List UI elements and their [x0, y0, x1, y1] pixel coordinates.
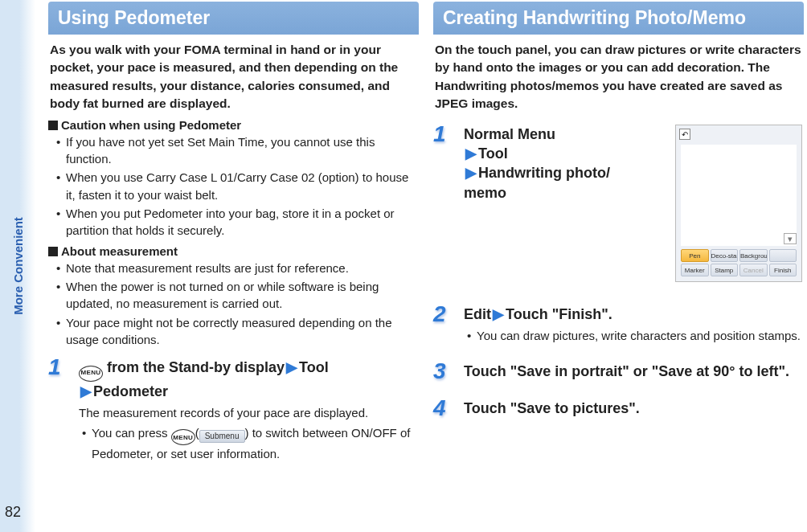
tool-pen-button: Pen: [681, 249, 709, 262]
arrow-icon: ▶: [464, 163, 478, 182]
handwriting-step-4: 4 Touch "Save to pictures".: [433, 399, 804, 418]
step-number: 2: [433, 301, 446, 327]
drawing-canvas: [681, 145, 797, 246]
step-text: memo: [464, 185, 506, 201]
manual-page: More Convenient 82 Using Pedometer As yo…: [0, 0, 807, 532]
step-title: MENU from the Stand-by display▶Tool ▶Ped…: [79, 358, 419, 401]
step-number: 1: [433, 121, 446, 147]
pedometer-step-1: 1 MENU from the Stand-by display▶Tool ▶P…: [48, 358, 419, 462]
submenu-chip: Submenu: [199, 430, 245, 443]
section-title-handwriting: Creating Handwriting Photo/Memo: [433, 2, 804, 35]
handwriting-intro: On the touch panel, you can draw picture…: [433, 41, 804, 113]
tool-cancel-button: Cancel: [739, 264, 768, 276]
about-list: Note that measurement results are just f…: [48, 260, 419, 348]
caution-item: If you have not yet set Set Main Time, y…: [56, 133, 417, 168]
square-bullet-icon: [48, 121, 58, 130]
toolbar: Pen Deco-stamp Background Marker Stamp C…: [681, 249, 797, 276]
note-text: You can press: [92, 426, 171, 440]
arrow-icon: ▶: [79, 382, 93, 401]
arrow-icon: ▶: [464, 144, 478, 163]
device-screenshot: ↶ ▾ Pen Deco-stamp Background Marker Sta…: [675, 125, 802, 282]
tool-finish-button: Finish: [769, 264, 797, 276]
about-item: When the power is not turned on or while…: [56, 278, 417, 313]
chevron-down-icon: ▾: [784, 233, 797, 244]
step-text: Tool: [478, 145, 508, 162]
step-text: Handwriting photo/: [478, 165, 610, 181]
square-bullet-icon: [48, 247, 58, 256]
menu-key-icon: MENU: [79, 366, 103, 382]
about-heading-text: About measurement: [61, 244, 178, 258]
tool-blank-button: [769, 249, 797, 262]
caution-list: If you have not yet set Set Main Time, y…: [48, 133, 419, 239]
step-text: Tool: [299, 359, 329, 375]
caution-heading: Caution when using Pedometer: [48, 118, 419, 132]
step-text: Pedometer: [93, 383, 168, 399]
step-title: Touch "Save in portrait" or "Save at 90°…: [464, 362, 804, 381]
step-text: from the Stand-by display: [103, 359, 285, 375]
handwriting-step-1: 1 ↶ ▾ Pen Deco-stamp Background Marker S…: [433, 125, 804, 287]
caution-item: When you put Pedometer into your bag, st…: [56, 205, 417, 239]
step-notes: You can press MENU(Submenu) to switch be…: [79, 424, 419, 463]
arrow-icon: ▶: [285, 358, 299, 377]
step-title: Touch "Save to pictures".: [464, 399, 804, 418]
step-title: Edit▶Touch "Finish".: [464, 305, 804, 324]
about-heading: About measurement: [48, 244, 419, 258]
step-description: The measurement records of your pace are…: [79, 404, 419, 421]
step-text: Edit: [464, 306, 491, 322]
step-number: 4: [433, 395, 446, 421]
about-item: Your pace might not be correctly measure…: [56, 314, 417, 349]
left-column: Using Pedometer As you walk with your FO…: [48, 2, 419, 532]
step-text: Touch "Finish".: [506, 306, 612, 322]
content-area: Using Pedometer As you walk with your FO…: [48, 0, 804, 532]
tool-background-button: Background: [739, 249, 768, 262]
step-number: 3: [433, 358, 446, 384]
step-note: You can draw pictures, write characters …: [467, 327, 804, 344]
arrow-icon: ▶: [491, 305, 506, 324]
step-notes: You can draw pictures, write characters …: [464, 327, 804, 344]
section-title-pedometer: Using Pedometer: [48, 2, 419, 35]
step-number: 1: [48, 354, 61, 380]
step-text: Normal Menu: [464, 126, 555, 142]
caution-item: When you use Carry Case L 01/Carry Case …: [56, 169, 417, 203]
tool-decostamp-button: Deco-stamp: [711, 249, 739, 262]
tool-stamp-button: Stamp: [711, 264, 739, 276]
handwriting-step-3: 3 Touch "Save in portrait" or "Save at 9…: [433, 362, 804, 381]
pedometer-intro: As you walk with your FOMA terminal in h…: [48, 41, 419, 113]
undo-icon: ↶: [679, 129, 690, 140]
step-note: You can press MENU(Submenu) to switch be…: [82, 424, 419, 463]
caution-heading-text: Caution when using Pedometer: [61, 118, 241, 132]
menu-key-icon: MENU: [171, 429, 195, 445]
tool-marker-button: Marker: [681, 264, 709, 276]
right-column: Creating Handwriting Photo/Memo On the t…: [433, 2, 804, 532]
side-rail-label: More Convenient: [11, 217, 25, 315]
page-number: 82: [5, 504, 21, 521]
handwriting-step-2: 2 Edit▶Touch "Finish". You can draw pict…: [433, 305, 804, 344]
side-rail: More Convenient: [0, 0, 35, 532]
about-item: Note that measurement results are just f…: [56, 260, 417, 276]
